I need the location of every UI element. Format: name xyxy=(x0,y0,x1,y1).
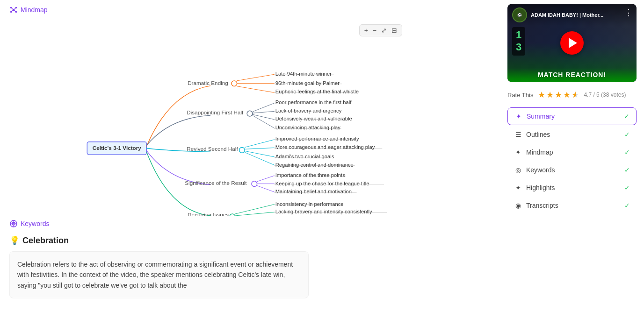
nav-item-outlines[interactable]: ☰ Outlines ✓ xyxy=(507,126,637,143)
svg-text:Lack of bravery and urgency: Lack of bravery and urgency xyxy=(275,108,342,113)
mindmap-svg: Celtic's 3-1 Victory Dramatic Ending Lat… xyxy=(9,20,412,216)
rating-score: 4.7 / 5 (38 votes) xyxy=(584,92,626,98)
nav-item-highlights[interactable]: ✦ Highlights ✓ xyxy=(507,179,637,196)
video-top-bar: ⚽ ADAM IDAH BABY! | Mother... ⋮ xyxy=(507,4,637,26)
rate-section: Rate This ★ ★ ★ ★ ★ ★ 4.7 / 5 (38 votes) xyxy=(507,90,637,100)
mindmap-nav-label: Mindmap xyxy=(526,148,553,156)
star-2[interactable]: ★ xyxy=(546,90,554,100)
svg-line-27 xyxy=(253,115,275,128)
star-1[interactable]: ★ xyxy=(538,90,545,100)
star-3[interactable]: ★ xyxy=(555,90,562,100)
svg-text:Recurring Issues: Recurring Issues xyxy=(188,212,229,216)
svg-text:Importance of the three points: Importance of the three points xyxy=(275,172,345,178)
match-reaction-label: MATCH REACTION! xyxy=(507,68,637,82)
keywords-icon xyxy=(9,219,18,228)
zoom-out-button[interactable]: − xyxy=(372,27,377,34)
svg-line-40 xyxy=(245,151,274,157)
sidebar-nav: ✦ Summary ✓ ☰ Outlines ✓ ✦ Mindmap ✓ xyxy=(507,107,637,214)
svg-point-23 xyxy=(247,111,253,116)
rate-label: Rate This xyxy=(507,92,533,99)
expand-button[interactable]: ⤢ xyxy=(380,27,388,34)
svg-line-8 xyxy=(14,10,16,12)
svg-text:Regaining control and dominanc: Regaining control and dominance xyxy=(275,162,354,168)
video-play-button[interactable] xyxy=(560,31,584,55)
video-card[interactable]: ⚽ ADAM IDAH BABY! | Mother... ⋮ 1 3 MATC… xyxy=(507,4,637,82)
svg-text:Significance of the Result: Significance of the Result xyxy=(185,180,247,186)
outlines-check: ✓ xyxy=(624,131,630,138)
svg-text:Euphoric feelings at the final: Euphoric feelings at the final whistle xyxy=(275,89,359,94)
svg-text:More courageous and eager atta: More courageous and eager attacking play xyxy=(275,144,375,150)
highlights-icon: ✦ xyxy=(514,184,522,191)
svg-text:Late 94th-minute winner: Late 94th-minute winner xyxy=(275,71,332,77)
summary-label: Summary xyxy=(527,113,555,120)
video-title: ADAM IDAH BABY! | Mother... xyxy=(531,12,632,18)
transcripts-label: Transcripts xyxy=(526,202,558,209)
svg-text:96th-minute goal by Palmer: 96th-minute goal by Palmer xyxy=(275,80,340,86)
svg-line-54 xyxy=(257,186,275,192)
star-rating[interactable]: ★ ★ ★ ★ ★ ★ xyxy=(538,90,579,100)
highlights-check: ✓ xyxy=(624,184,630,191)
svg-line-26 xyxy=(253,114,275,120)
svg-line-52 xyxy=(257,176,275,182)
svg-line-5 xyxy=(11,8,14,10)
video-score: 1 3 xyxy=(512,27,525,56)
nav-item-summary[interactable]: ✦ Summary ✓ xyxy=(507,107,637,125)
mindmap-controls: + − ⤢ ⊟ xyxy=(359,24,402,36)
keywords-nav[interactable]: Keywords xyxy=(9,216,504,235)
mindmap-icon xyxy=(9,6,18,14)
svg-text:Poor performance in the first : Poor performance in the first half xyxy=(275,99,352,105)
svg-text:Maintaining belief and motivat: Maintaining belief and motivation xyxy=(275,189,352,194)
nav-item-keywords[interactable]: ◎ Keywords ✓ xyxy=(507,162,637,178)
transcripts-icon: ◉ xyxy=(514,202,522,209)
nav-item-transcripts[interactable]: ◉ Transcripts ✓ xyxy=(507,197,637,214)
svg-text:Celtic's 3-1 Victory: Celtic's 3-1 Victory xyxy=(93,145,142,151)
celebration-paragraph: Celebration refers to the act of observi… xyxy=(9,251,309,298)
svg-line-41 xyxy=(245,152,274,165)
channel-icon: ⚽ xyxy=(512,7,527,22)
svg-point-51 xyxy=(252,181,257,187)
svg-line-25 xyxy=(253,111,275,113)
mindmap-nav[interactable]: Mindmap xyxy=(9,4,504,20)
svg-text:Unconvincing attacking play: Unconvincing attacking play xyxy=(275,125,340,130)
svg-point-62 xyxy=(230,214,235,216)
svg-text:Improved performance and inten: Improved performance and intensity xyxy=(275,136,359,141)
star-5-half[interactable]: ★ ★ xyxy=(572,90,579,100)
celebration-title: Celebration xyxy=(22,236,69,246)
svg-line-13 xyxy=(237,74,275,81)
video-more-button[interactable]: ⋮ xyxy=(624,7,633,18)
mindmap-area: + − ⤢ ⊟ Celtic's 3-1 Victory Dramatic En… xyxy=(9,20,412,216)
svg-text:Dramatic Ending: Dramatic Ending xyxy=(188,80,228,86)
highlights-label: Highlights xyxy=(526,184,555,191)
svg-line-7 xyxy=(11,10,14,12)
keywords-section: 💡 Celebration Celebration refers to the … xyxy=(9,235,504,306)
svg-line-39 xyxy=(245,148,274,149)
celebration-emoji: 💡 xyxy=(9,235,20,246)
summary-check: ✓ xyxy=(624,113,630,120)
svg-line-6 xyxy=(14,8,16,10)
mindmap-nav-icon: ✦ xyxy=(514,148,522,156)
summary-icon: ✦ xyxy=(514,113,523,120)
svg-line-38 xyxy=(245,140,274,148)
svg-line-24 xyxy=(253,103,275,112)
keywords-nav-label: Keywords xyxy=(526,166,555,174)
mindmap-label: Mindmap xyxy=(21,6,48,14)
svg-point-12 xyxy=(232,81,237,86)
menu-button[interactable]: ⊟ xyxy=(391,27,398,34)
svg-point-37 xyxy=(239,147,245,153)
svg-text:Inconsistency in performance: Inconsistency in performance xyxy=(275,201,344,207)
main-content: Mindmap + − ⤢ ⊟ Celtic's 3-1 Victory Dra… xyxy=(0,0,504,311)
svg-text:Lacking bravery and intensity : Lacking bravery and intensity consistent… xyxy=(275,209,372,214)
star-4[interactable]: ★ xyxy=(563,90,571,100)
right-sidebar: ⚽ ADAM IDAH BABY! | Mother... ⋮ 1 3 MATC… xyxy=(504,0,644,311)
svg-text:Keeping up the chase for the l: Keeping up the chase for the league titl… xyxy=(275,181,369,186)
mindmap-check: ✓ xyxy=(624,148,630,156)
outlines-label: Outlines xyxy=(526,131,550,138)
keywords-label: Keywords xyxy=(21,220,49,227)
svg-text:Defensively weak and vulnerabl: Defensively weak and vulnerable xyxy=(275,116,352,121)
keywords-check: ✓ xyxy=(624,166,630,174)
svg-text:Disappointing First Half: Disappointing First Half xyxy=(187,109,244,115)
nav-item-mindmap[interactable]: ✦ Mindmap ✓ xyxy=(507,144,637,161)
svg-text:Revived Second Half: Revived Second Half xyxy=(187,146,238,152)
outlines-icon: ☰ xyxy=(514,131,522,138)
zoom-in-button[interactable]: + xyxy=(363,27,369,34)
